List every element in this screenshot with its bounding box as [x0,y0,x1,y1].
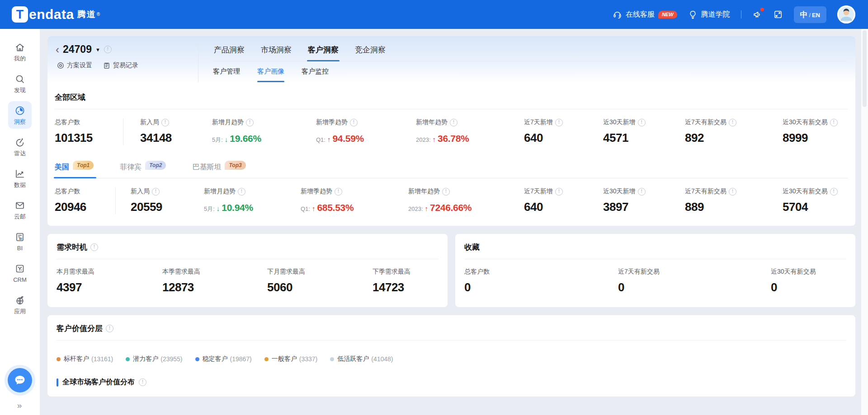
clipboard-icon [103,62,110,69]
stat-label: 本季需求最高 [162,268,200,276]
country-tab[interactable]: 巴基斯坦 Top3 [192,157,245,178]
stat-label: 近30天有新交易 [783,118,828,126]
stat-label: 近7天有新交易 [618,268,660,276]
legend-item[interactable]: 潜力客户 (23955) [126,355,182,363]
tab-competitor-insight[interactable]: 竞企洞察 [354,41,387,61]
dropdown-caret-icon[interactable]: ▼ [95,47,100,52]
stat-label-row: 下季需求最高 [373,268,439,276]
sidebar-item-mail[interactable]: 云邮 [8,196,32,224]
stat-label-row: 近7天新增 [524,187,603,196]
sidebar-item-radar[interactable]: 雷达 [8,133,32,160]
overview-stats-row: 总客户数 101315 新入局 34148 新增月趋势 5月: ↓ 19.66%… [55,109,848,157]
global-distribution-title: 全球市场客户价值分布 [62,378,135,387]
sidebar-item-mine[interactable]: 我的 [8,38,32,65]
stat-label: 新入局 [140,118,159,126]
language-switch[interactable]: 中 / EN [794,6,826,23]
country-tab[interactable]: 菲律宾 Top2 [120,157,166,178]
subtab-customer-management[interactable]: 客户管理 [213,67,240,82]
info-icon[interactable] [555,119,563,126]
sidebar-item-bi[interactable]: BI BI [9,228,31,255]
info-icon[interactable] [830,188,838,196]
plan-id[interactable]: 24709 [63,43,92,56]
info-icon[interactable] [350,119,358,126]
search-icon [14,74,25,84]
tendata-logo[interactable]: T endata 腾道 ® [12,6,100,23]
collapse-sidebar-button[interactable]: » [17,401,23,410]
globe-leaf-icon [14,295,25,306]
info-icon[interactable] [238,188,245,196]
info-icon[interactable] [442,188,450,196]
legend-item[interactable]: 一般客户 (3337) [264,355,317,363]
info-icon[interactable] [152,188,160,196]
info-icon[interactable] [638,188,646,196]
avatar-person-icon [837,5,855,23]
country-stats-row: 总客户数 20946 新入局 20559 新增月趋势 5月: ↓ 10.94% … [55,178,848,226]
info-icon[interactable] [90,243,98,251]
sidebar-item-insight[interactable]: 洞察 [8,101,32,129]
plan-block: ‹ 24709 ▼ 方案设置 [55,41,198,82]
home-icon [14,42,25,53]
info-icon[interactable] [106,325,113,332]
tab-market-insight[interactable]: 市场洞察 [260,41,292,61]
trend-period: Q1: [301,205,310,212]
stat-label-row: 近7天有新交易 [685,187,783,196]
country-rank-badge: Top1 [73,161,94,170]
info-icon[interactable] [729,188,736,196]
online-service-button[interactable]: 在线客服 NEW [613,10,677,19]
stat-item: 总客户数 0 [464,268,618,294]
notification-dot [760,8,764,11]
info-icon[interactable] [638,119,646,126]
info-icon[interactable] [335,188,342,196]
announcement-button[interactable] [752,9,762,19]
legend-item[interactable]: 稳定客户 (19867) [195,355,252,363]
country-tab[interactable]: 美国 Top1 [55,157,94,178]
trade-records-button[interactable]: 贸易记录 [103,61,138,70]
info-icon[interactable] [830,119,838,126]
stat-label-row: 近30天新增 [603,187,685,196]
chat-button[interactable] [8,368,32,392]
sidebar-label: 应用 [14,308,26,314]
sidebar-label: 雷达 [14,150,26,156]
info-icon[interactable] [555,188,563,196]
stat-label: 近30天新增 [603,187,636,196]
sidebar-item-data[interactable]: 数据 [8,164,32,192]
headset-icon [613,10,622,19]
sidebar-item-apps[interactable]: 应用 [8,291,32,318]
back-chevron-icon[interactable]: ‹ [56,45,59,54]
sidebar-item-crm[interactable]: CRM [7,259,33,287]
stat-trend: 5月: ↓ 10.94% [204,202,301,213]
fullscreen-button[interactable] [773,9,783,19]
stat-label-row: 新入局 [140,118,212,126]
trend-percent: 10.94% [222,202,253,213]
legend-count: (13161) [91,355,113,363]
user-avatar[interactable] [837,5,855,23]
academy-button[interactable]: 腾道学院 [688,10,730,19]
favorites-title: 收藏 [464,242,846,252]
tab-customer-insight[interactable]: 客户洞察 [307,41,340,61]
trend-arrow-icon: ↑ [433,135,436,143]
info-icon[interactable] [246,119,254,126]
stat-label-row: 总客户数 [55,187,115,196]
info-icon[interactable] [161,119,169,126]
info-icon[interactable] [729,119,736,126]
info-icon[interactable] [450,119,458,126]
info-icon[interactable] [139,378,146,386]
value-tiers-legend: 标杆客户 (13161) 潜力客户 (23955) 稳定客户 (19867) 一… [57,355,846,363]
info-icon[interactable] [104,46,112,53]
stat-label: 本月需求最高 [57,268,94,276]
sidebar-item-discover[interactable]: 发现 [8,70,32,97]
stat-value: 0 [618,280,771,294]
tab-product-insight[interactable]: 产品洞察 [213,41,245,61]
stat-item: 新增年趋势 2023: ↑ 36.78% [416,118,524,145]
subtab-customer-monitor[interactable]: 客户监控 [302,67,329,82]
legend-label: 一般客户 [272,355,297,363]
legend-item[interactable]: 标杆客户 (13161) [57,355,113,363]
legend-item[interactable]: 低活跃客户 (41048) [330,355,393,363]
country-tab-label: 巴基斯坦 [192,163,221,172]
megaphone-icon [752,9,762,19]
stat-item: 近7天有新交易 892 [685,118,783,145]
plan-settings-button[interactable]: 方案设置 [57,61,92,70]
subtab-customer-profile[interactable]: 客户画像 [257,67,284,82]
page-scrollbar[interactable] [861,29,868,415]
scrollbar-thumb[interactable] [863,30,867,107]
